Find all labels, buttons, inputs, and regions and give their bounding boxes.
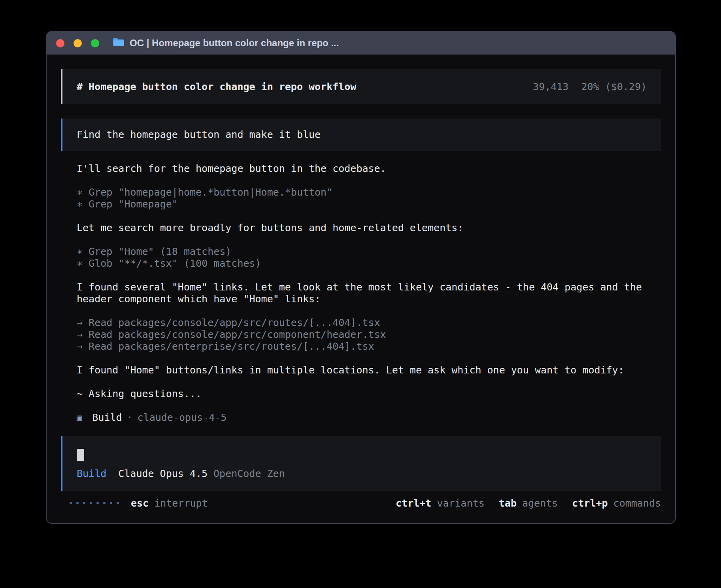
shortcut-key: ctrl+t	[396, 498, 431, 509]
assistant-paragraph: Let me search more broadly for buttons a…	[77, 222, 661, 234]
tool-call-line: ∗ Glob "**/*.tsx" (100 matches)	[77, 258, 661, 270]
shortcut-agents: tab agents	[499, 498, 558, 509]
agent-name: Build	[92, 412, 122, 424]
user-message-text: Find the homepage button and make it blu…	[77, 129, 321, 140]
terminal-window: OC | Homepage button color change in rep…	[46, 31, 676, 524]
token-count: 39,413	[533, 81, 568, 92]
session-stats: 39,413 20% ($0.29)	[533, 81, 647, 92]
shortcut-key: tab	[499, 498, 517, 509]
tool-call-line: ∗ Grep "Home" (18 matches)	[77, 246, 661, 258]
shortcut-variants: ctrl+t variants	[396, 498, 485, 509]
session-title: # Homepage button color change in repo w…	[77, 81, 356, 92]
shortcut-commands: ctrl+p commands	[572, 498, 661, 509]
user-message: Find the homepage button and make it blu…	[61, 119, 661, 151]
shortcut-label: agents	[522, 498, 558, 509]
agent-square-icon: ▣	[77, 412, 82, 424]
shortcut-label: commands	[613, 498, 661, 509]
assistant-paragraph: I'll search for the homepage button in t…	[77, 163, 661, 175]
prompt-provider-label: OpenCode Zen	[213, 468, 285, 480]
status-right: ctrl+t variants tab agents ctrl+p comman…	[396, 498, 661, 509]
status-left: esc interrupt	[61, 498, 208, 509]
assistant-text-line: I found "Home" buttons/links in multiple…	[77, 364, 661, 376]
folder-icon	[113, 37, 125, 49]
zoom-button[interactable]	[91, 39, 99, 47]
assistant-paragraph: I found "Home" buttons/links in multiple…	[77, 364, 661, 376]
agent-status-line: ▣ Build · claude-opus-4-5	[77, 412, 661, 424]
asking-questions-status: ~ Asking questions...	[77, 388, 661, 400]
window-title: OC | Homepage button color change in rep…	[113, 37, 339, 49]
prompt-model-label: Claude Opus 4.5	[118, 468, 208, 480]
tool-call-group: ∗ Grep "Home" (18 matches) ∗ Glob "**/*.…	[77, 246, 661, 270]
progress-dots-icon	[70, 502, 119, 504]
shortcut-key: esc	[131, 498, 149, 509]
assistant-text-line: I found several "Home" links. Let me loo…	[77, 281, 661, 305]
assistant-text-line: Let me search more broadly for buttons a…	[77, 222, 661, 234]
shortcut-label: interrupt	[154, 498, 208, 509]
tool-call-line: → Read packages/console/app/src/componen…	[77, 329, 661, 341]
status-bar: esc interrupt ctrl+t variants tab agents…	[61, 497, 661, 509]
context-usage: 20% ($0.29)	[581, 81, 647, 92]
agent-model: claude-opus-4-5	[138, 412, 227, 424]
assistant-paragraph: I found several "Home" links. Let me loo…	[77, 281, 661, 305]
shortcut-key: ctrl+p	[572, 498, 608, 509]
text-cursor	[77, 449, 84, 461]
close-button[interactable]	[56, 39, 64, 47]
separator-dot: ·	[127, 412, 133, 424]
prompt-agent-label: Build	[77, 468, 106, 480]
session-header: # Homepage button color change in repo w…	[61, 69, 661, 104]
tool-call-line: → Read packages/console/app/src/routes/[…	[77, 317, 661, 329]
shortcut-interrupt: esc interrupt	[131, 498, 208, 509]
shortcut-label: variants	[437, 498, 484, 509]
tool-call-group: → Read packages/console/app/src/routes/[…	[77, 317, 661, 352]
prompt-meta: Build Claude Opus 4.5 OpenCode Zen	[77, 468, 647, 480]
tool-call-group: ∗ Grep "homepage|home.*button|Home.*butt…	[77, 187, 661, 210]
assistant-transcript: I'll search for the homepage button in t…	[77, 163, 661, 400]
window-titlebar[interactable]: OC | Homepage button color change in rep…	[47, 32, 675, 55]
window-title-text: OC | Homepage button color change in rep…	[130, 38, 339, 49]
minimize-button[interactable]	[74, 39, 82, 47]
terminal-content: # Homepage button color change in repo w…	[47, 69, 675, 524]
tool-call-line: ∗ Grep "homepage|home.*button|Home.*butt…	[77, 187, 661, 198]
assistant-text-line: I'll search for the homepage button in t…	[77, 163, 661, 175]
tool-call-line: ∗ Grep "Homepage"	[77, 198, 661, 210]
tool-call-line: → Read packages/enterprise/src/routes/[.…	[77, 341, 661, 352]
assistant-status-line: ~ Asking questions...	[77, 388, 661, 400]
prompt-input[interactable]: Build Claude Opus 4.5 OpenCode Zen	[61, 436, 661, 491]
traffic-lights	[56, 39, 99, 47]
